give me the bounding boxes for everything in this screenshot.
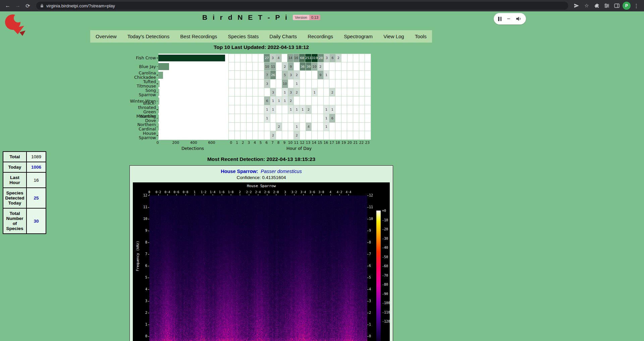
heat-cell: [253, 97, 259, 105]
forward-icon[interactable]: →: [13, 1, 22, 10]
freq-tick-mark: [367, 301, 369, 301]
extensions-puzzle-icon[interactable]: [592, 1, 601, 10]
nav-tools[interactable]: Tools: [414, 34, 428, 39]
freq-tick-mark: [148, 336, 149, 337]
nav-view-log[interactable]: View Log: [382, 34, 405, 39]
detections-bar: [158, 115, 159, 122]
heat-cell: [253, 114, 259, 123]
heat-cell: [276, 79, 282, 88]
heat-cell: [365, 131, 371, 140]
freq-tick-mark: [367, 289, 369, 290]
reload-icon[interactable]: ⟳: [23, 1, 32, 10]
heat-cell: [258, 54, 264, 62]
table-row: Last Hour 16: [3, 172, 46, 188]
detections-bar: [158, 106, 159, 113]
freq-tick-mark: [148, 278, 149, 278]
heat-cell: [335, 131, 341, 140]
nav-todays-detections[interactable]: Today's Detections: [126, 34, 171, 39]
detected-species-link[interactable]: House Sparrow:: [221, 169, 258, 174]
heat-cell: 6: [330, 54, 336, 62]
hour-axis-tick: 1: [234, 140, 240, 145]
url-bar[interactable]: virginia.birdnetpi.com/?stream=play: [36, 2, 568, 10]
heat-cell: [229, 88, 235, 97]
heat-cell: 1: [270, 97, 276, 105]
top10-chart: Fish Crow273414166825331928362Blue Jay10…: [128, 54, 371, 151]
hour-axis-tick: 6: [264, 140, 270, 145]
db-tick-label: -120: [382, 320, 394, 323]
tune-icon[interactable]: [602, 1, 611, 10]
stat-value-total-species[interactable]: 30: [26, 208, 46, 234]
heat-cell: [312, 114, 318, 123]
heat-cell: 10: [282, 79, 288, 88]
frequency-axis-label: Frequency (kHz): [136, 233, 140, 280]
heat-cell: [353, 71, 359, 79]
freq-tick-label: 10: [138, 217, 147, 221]
scientific-name-link[interactable]: Passer domesticus: [261, 169, 302, 174]
nav-daily-charts[interactable]: Daily Charts: [268, 34, 298, 39]
heat-cell: [276, 114, 282, 123]
nav-recordings[interactable]: Recordings: [306, 34, 334, 39]
heat-cell: [347, 71, 353, 79]
heat-cell: [247, 114, 253, 123]
heat-cell: [359, 54, 365, 62]
side-panel-icon[interactable]: [612, 1, 621, 10]
heat-cell: [365, 71, 371, 79]
stat-value-species-today[interactable]: 25: [26, 188, 46, 208]
heat-cell: 2: [294, 88, 300, 97]
version-badge: Version0.13: [293, 15, 320, 19]
time-tick-mark: [294, 194, 294, 195]
chart-row: Northern Cardinal2141: [128, 123, 371, 131]
bar-axis-tick: 600: [208, 140, 215, 145]
freq-tick-label: 6: [369, 264, 378, 268]
freq-tick-mark: [367, 254, 369, 254]
freq-tick-mark: [367, 266, 369, 266]
bar-panel: [158, 131, 228, 140]
table-row: Species Detected Today 25: [3, 188, 46, 208]
heat-cell: [347, 54, 354, 62]
time-tick-mark: [249, 194, 249, 195]
heat-cell: [247, 105, 253, 114]
heat-cell: [240, 114, 247, 123]
heat-cell: [300, 71, 306, 79]
heat-cell: [365, 114, 371, 123]
send-icon[interactable]: [572, 1, 581, 10]
heat-cell: [258, 114, 264, 123]
heat-cell: 1: [294, 123, 300, 131]
heat-cell: [282, 131, 288, 140]
freq-tick-mark: [367, 207, 369, 208]
bar-panel: [158, 79, 228, 88]
bar-panel: [158, 114, 228, 123]
time-tick-mark: [276, 194, 276, 195]
heatmap-row: 1011293639102: [228, 62, 371, 71]
freq-tick-label: 4: [138, 287, 147, 291]
heat-cell: [347, 79, 353, 88]
heat-cell: [347, 114, 353, 123]
freq-tick-label: 2: [369, 311, 378, 315]
back-icon[interactable]: ←: [3, 1, 12, 10]
heat-cell: [276, 62, 282, 71]
main-menu: Overview Today's Detections Best Recordi…: [90, 30, 432, 43]
bar-axis-tick: 200: [172, 140, 179, 145]
freq-tick-label: 3: [369, 299, 378, 303]
heat-cell: [270, 114, 276, 123]
heat-cell: 1: [294, 105, 300, 114]
heat-cell: 4: [306, 123, 312, 131]
nav-spectrogram[interactable]: Spectrogram: [342, 34, 374, 39]
heat-cell: [229, 62, 235, 71]
heat-cell: [306, 71, 312, 79]
stat-value-today[interactable]: 1006: [26, 162, 46, 172]
db-tick-label: -20: [382, 227, 394, 231]
nav-overview[interactable]: Overview: [94, 34, 118, 39]
bookmark-star-icon[interactable]: ☆: [582, 1, 591, 10]
freq-tick-mark: [148, 301, 149, 301]
nav-best-recordings[interactable]: Best Recordings: [179, 34, 218, 39]
species-label: Blue Jay: [128, 62, 157, 71]
menu-kebab-icon[interactable]: ⋮: [632, 1, 641, 10]
heat-cell: [229, 131, 235, 140]
heat-cell: [306, 88, 312, 97]
nav-species-stats[interactable]: Species Stats: [227, 34, 260, 39]
heat-cell: 27: [264, 54, 270, 62]
freq-tick-label: 1: [138, 323, 147, 326]
stats-table: Total 1089 Today 1006 Last Hour 16 Speci…: [3, 151, 46, 234]
profile-avatar[interactable]: P: [623, 2, 631, 10]
